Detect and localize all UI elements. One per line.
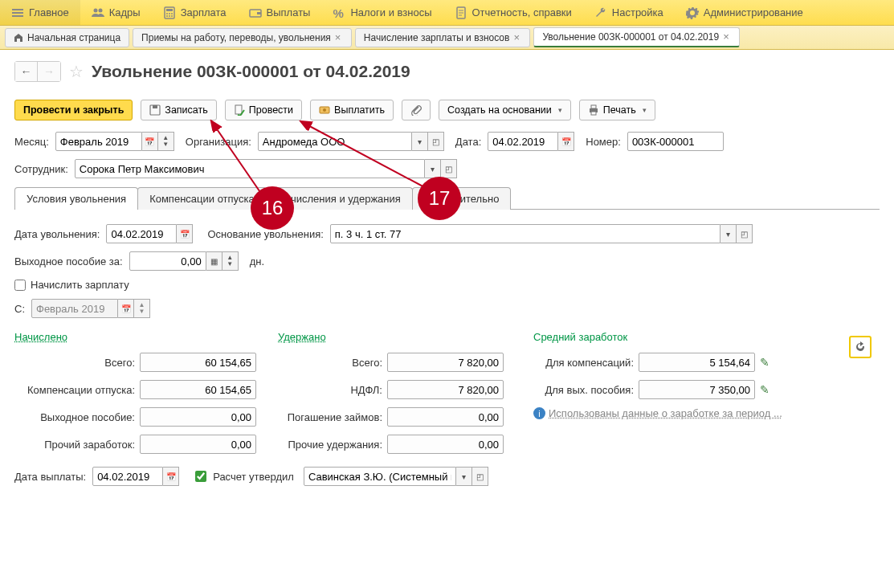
menu-reports[interactable]: Отчетность, справки bbox=[443, 0, 583, 25]
refresh-button[interactable] bbox=[849, 336, 872, 358]
dropdown-icon[interactable]: ▾ bbox=[721, 224, 737, 243]
svg-rect-3 bbox=[166, 9, 173, 11]
save-button-label: Записать bbox=[165, 104, 207, 116]
number-field[interactable] bbox=[627, 132, 724, 151]
approved-label: Расчет утвердил bbox=[213, 471, 294, 483]
open-icon[interactable]: ◰ bbox=[472, 467, 488, 486]
save-button[interactable]: Записать bbox=[141, 100, 216, 120]
stepper-icon[interactable]: ▲▼ bbox=[222, 251, 239, 271]
doc-tab-conditions[interactable]: Условия увольнения bbox=[14, 187, 138, 210]
svg-point-5 bbox=[169, 13, 170, 14]
calendar-icon[interactable]: 📅 bbox=[163, 467, 179, 486]
nav-forward-button[interactable]: → bbox=[38, 62, 60, 81]
post-button[interactable]: Провести bbox=[225, 100, 302, 120]
open-icon[interactable]: ◰ bbox=[428, 132, 444, 151]
svg-point-17 bbox=[323, 108, 326, 112]
gear-icon bbox=[686, 6, 699, 19]
close-icon[interactable]: × bbox=[335, 34, 343, 42]
average-comp-label: Для компенсаций: bbox=[533, 357, 634, 369]
withheld-heading[interactable]: Удержано bbox=[278, 331, 519, 343]
open-icon[interactable]: ◰ bbox=[441, 159, 457, 178]
tab-payroll[interactable]: Начисление зарплаты и взносов × bbox=[355, 28, 531, 47]
withheld-total-field[interactable] bbox=[387, 353, 504, 372]
svg-rect-20 bbox=[591, 112, 596, 115]
nav-back-button[interactable]: ← bbox=[15, 62, 38, 81]
pay-date-label: Дата выплаты: bbox=[14, 471, 86, 483]
calendar-icon[interactable]: 📅 bbox=[177, 224, 193, 243]
form-row-1: Месяц: 📅 ▲▼ Организация: ▾ ◰ Дата: 📅 Ном… bbox=[14, 132, 880, 151]
average-info-link[interactable]: Использованы данные о заработке за перио… bbox=[549, 407, 782, 419]
disk-icon bbox=[149, 104, 161, 116]
basis-field[interactable] bbox=[330, 224, 721, 243]
menu-admin[interactable]: Администрирование bbox=[675, 0, 814, 25]
dropdown-icon[interactable]: ▾ bbox=[425, 159, 441, 178]
toolbar: Провести и закрыть Записать Провести Вып… bbox=[14, 100, 880, 120]
accrued-severance-field[interactable] bbox=[140, 407, 256, 427]
tab-payroll-label: Начисление зарплаты и взносов bbox=[364, 32, 510, 43]
print-button[interactable]: Печать bbox=[579, 100, 655, 120]
menu-payments[interactable]: Выплаты bbox=[238, 0, 322, 25]
menu-settings[interactable]: Настройка bbox=[583, 0, 675, 25]
home-icon bbox=[14, 33, 23, 43]
average-col: Средний заработок Для компенсаций:✎ Для … bbox=[533, 331, 880, 462]
employee-label: Сотрудник: bbox=[14, 163, 68, 175]
accrued-total-field[interactable] bbox=[140, 353, 256, 372]
withheld-other-field[interactable] bbox=[387, 435, 504, 454]
close-icon[interactable]: × bbox=[513, 34, 521, 42]
dropdown-icon[interactable]: ▾ bbox=[456, 467, 472, 486]
accrued-severance-label: Выходное пособие: bbox=[14, 411, 135, 423]
refresh-icon bbox=[854, 341, 867, 353]
calendar-icon[interactable]: 📅 bbox=[558, 132, 574, 151]
accrued-heading[interactable]: Начислено bbox=[14, 331, 263, 343]
accrued-comp-field[interactable] bbox=[140, 380, 256, 399]
date-field[interactable] bbox=[488, 132, 558, 151]
post-and-close-button[interactable]: Провести и закрыть bbox=[14, 100, 133, 120]
menu-salary[interactable]: Зарплата bbox=[152, 0, 238, 25]
attach-button[interactable] bbox=[402, 100, 431, 120]
employee-field[interactable] bbox=[75, 159, 425, 178]
wrench-icon bbox=[594, 6, 607, 19]
menu-main[interactable]: Главное bbox=[0, 0, 80, 25]
accrue-salary-label: Начислить зарплату bbox=[31, 279, 129, 291]
calendar-icon[interactable]: 📅 bbox=[142, 132, 158, 151]
tab-home[interactable]: Начальная страница bbox=[5, 28, 129, 47]
svg-point-1 bbox=[98, 8, 102, 12]
calculator-icon[interactable]: ▦ bbox=[206, 251, 222, 271]
dropdown-icon[interactable]: ▾ bbox=[412, 132, 428, 151]
withheld-ndfl-field[interactable] bbox=[387, 380, 504, 399]
menu-taxes[interactable]: % Налоги и взносы bbox=[321, 0, 443, 25]
calculator-icon bbox=[163, 6, 176, 19]
org-field[interactable] bbox=[258, 132, 412, 151]
menu-taxes-label: Налоги и взносы bbox=[350, 6, 431, 18]
menu-kadry[interactable]: Кадры bbox=[80, 0, 152, 25]
open-icon[interactable]: ◰ bbox=[737, 224, 753, 243]
accrued-other-field[interactable] bbox=[140, 435, 256, 454]
stepper-icon[interactable]: ▲▼ bbox=[158, 132, 174, 151]
tab-content: Дата увольнения: 📅 Основание увольнения:… bbox=[14, 221, 880, 497]
dismiss-date-field[interactable] bbox=[106, 224, 177, 243]
average-comp-field[interactable] bbox=[639, 353, 755, 372]
pay-date-field[interactable] bbox=[92, 467, 163, 486]
pencil-icon[interactable]: ✎ bbox=[760, 383, 773, 396]
approved-checkbox[interactable] bbox=[195, 471, 206, 482]
tab-dismissal[interactable]: Увольнение 00ЗК-000001 от 04.02.2019 × bbox=[533, 27, 740, 47]
percent-icon: % bbox=[333, 6, 345, 19]
pay-button[interactable]: Выплатить bbox=[310, 100, 394, 120]
print-button-label: Печать bbox=[603, 104, 636, 116]
average-sev-field[interactable] bbox=[639, 380, 755, 399]
close-icon[interactable]: × bbox=[723, 33, 731, 41]
approver-field[interactable] bbox=[304, 467, 456, 486]
from-label: С: bbox=[14, 303, 25, 315]
create-based-button[interactable]: Создать на основании bbox=[439, 100, 571, 120]
tab-hires[interactable]: Приемы на работу, переводы, увольнения × bbox=[133, 28, 352, 47]
svg-point-6 bbox=[171, 13, 173, 14]
menu-admin-label: Администрирование bbox=[704, 6, 803, 18]
favorite-star-icon[interactable]: ☆ bbox=[69, 62, 84, 81]
accrue-salary-checkbox[interactable] bbox=[14, 280, 26, 291]
pencil-icon[interactable]: ✎ bbox=[760, 356, 773, 369]
svg-point-7 bbox=[166, 15, 168, 17]
month-field[interactable] bbox=[55, 132, 142, 151]
withheld-loan-field[interactable] bbox=[387, 407, 504, 427]
doc-tab-compensation[interactable]: Компенсации отпуска bbox=[137, 187, 267, 210]
severance-field[interactable] bbox=[129, 251, 206, 271]
